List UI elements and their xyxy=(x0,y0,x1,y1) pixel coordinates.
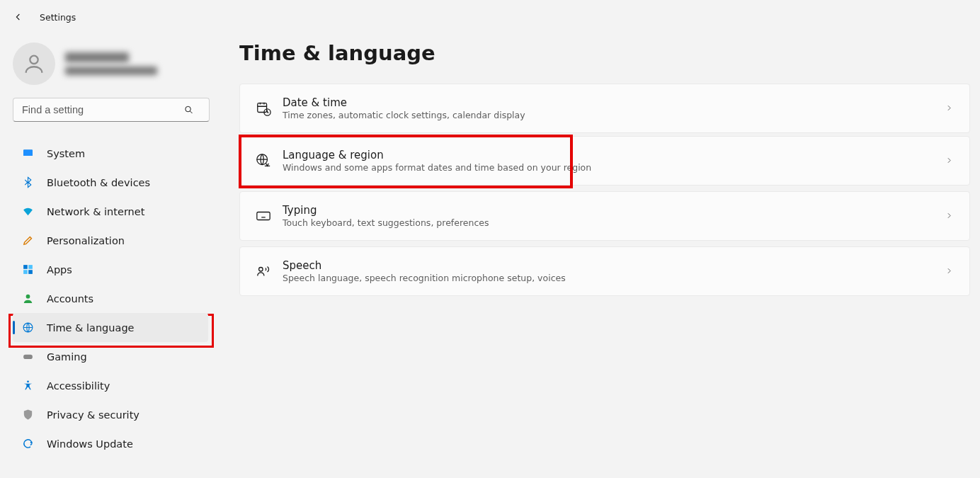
card-title: Date & time xyxy=(283,96,525,109)
svg-rect-10 xyxy=(23,355,33,359)
svg-rect-12 xyxy=(258,103,267,113)
avatar xyxy=(13,42,55,85)
card-subtitle: Time zones, automatic clock settings, ca… xyxy=(283,110,525,120)
svg-point-8 xyxy=(25,295,30,299)
sidebar-item-label: Accounts xyxy=(47,293,93,305)
svg-point-16 xyxy=(259,268,263,272)
back-button[interactable] xyxy=(13,11,24,23)
sidebar-item-label: System xyxy=(47,148,85,159)
main-content: Time & language Date & time Time zones, … xyxy=(220,34,980,458)
svg-rect-7 xyxy=(28,270,33,274)
wifi-icon xyxy=(21,205,34,218)
page-title: Time & language xyxy=(239,41,970,65)
update-icon xyxy=(21,438,34,450)
sidebar-item-system[interactable]: System xyxy=(13,139,208,168)
svg-point-0 xyxy=(30,56,38,64)
accessibility-icon xyxy=(21,380,34,392)
person-icon xyxy=(21,292,34,305)
card-typing[interactable]: Typing Touch keyboard, text suggestions,… xyxy=(239,191,970,241)
svg-rect-4 xyxy=(23,265,28,269)
svg-rect-6 xyxy=(23,270,28,274)
gamepad-icon xyxy=(21,351,34,363)
sidebar-item-label: Personalization xyxy=(47,235,125,246)
card-subtitle: Touch keyboard, text suggestions, prefer… xyxy=(283,217,489,228)
sidebar-item-label: Gaming xyxy=(47,351,87,363)
user-account-row[interactable]: ████ █████ ████████@███████ xyxy=(13,42,208,85)
bluetooth-icon xyxy=(21,176,34,189)
card-subtitle: Windows and some apps format dates and t… xyxy=(283,162,591,173)
card-subtitle: Speech language, speech recognition micr… xyxy=(283,273,566,283)
sidebar-item-label: Accessibility xyxy=(47,380,110,392)
calendar-clock-icon xyxy=(253,101,274,116)
sidebar-item-label: Network & internet xyxy=(47,206,144,217)
sidebar-item-windows-update[interactable]: Windows Update xyxy=(13,429,208,458)
sidebar-item-label: Apps xyxy=(47,264,72,275)
user-name: ████ █████ xyxy=(65,52,129,62)
search-icon xyxy=(183,105,194,115)
display-icon xyxy=(21,147,34,160)
card-title: Language & region xyxy=(283,149,591,161)
svg-rect-3 xyxy=(23,150,33,157)
sidebar-item-bluetooth[interactable]: Bluetooth & devices xyxy=(13,168,208,197)
card-title: Speech xyxy=(283,259,566,272)
chevron-right-icon xyxy=(945,102,954,115)
sidebar-item-privacy[interactable]: Privacy & security xyxy=(13,400,208,429)
sidebar-item-label: Bluetooth & devices xyxy=(47,177,150,188)
sidebar-item-personalization[interactable]: Personalization xyxy=(13,226,208,255)
shield-icon xyxy=(21,409,34,421)
speech-icon xyxy=(253,263,274,279)
sidebar-item-label: Time & language xyxy=(47,322,135,334)
chevron-right-icon xyxy=(945,154,954,168)
sidebar-item-gaming[interactable]: Gaming xyxy=(13,342,208,371)
user-email: ████████@███████ xyxy=(65,67,157,75)
sidebar-item-label: Windows Update xyxy=(47,438,133,450)
svg-point-11 xyxy=(27,380,29,382)
keyboard-icon xyxy=(253,208,274,224)
sidebar: ████ █████ ████████@███████ System Bluet… xyxy=(0,34,220,458)
svg-rect-5 xyxy=(28,265,33,269)
card-date-time[interactable]: Date & time Time zones, automatic clock … xyxy=(239,84,970,133)
svg-rect-15 xyxy=(257,212,270,220)
svg-point-1 xyxy=(186,106,191,112)
card-speech[interactable]: Speech Speech language, speech recogniti… xyxy=(239,246,970,296)
brush-icon xyxy=(21,234,34,247)
apps-icon xyxy=(21,263,34,276)
nav: System Bluetooth & devices Network & int… xyxy=(13,139,208,458)
window-title: Settings xyxy=(40,12,76,23)
sidebar-item-time-language[interactable]: Time & language xyxy=(13,313,208,342)
sidebar-item-apps[interactable]: Apps xyxy=(13,255,208,284)
sidebar-item-accounts[interactable]: Accounts xyxy=(13,284,208,313)
sidebar-item-label: Privacy & security xyxy=(47,409,139,421)
globe-language-icon xyxy=(253,153,274,169)
sidebar-item-network[interactable]: Network & internet xyxy=(13,197,208,226)
card-title: Typing xyxy=(283,204,489,217)
card-language-region[interactable]: Language & region Windows and some apps … xyxy=(239,136,970,186)
search-input[interactable] xyxy=(13,98,210,122)
globe-clock-icon xyxy=(21,321,34,334)
sidebar-item-accessibility[interactable]: Accessibility xyxy=(13,371,208,400)
chevron-right-icon xyxy=(945,210,954,223)
chevron-right-icon xyxy=(945,265,954,278)
